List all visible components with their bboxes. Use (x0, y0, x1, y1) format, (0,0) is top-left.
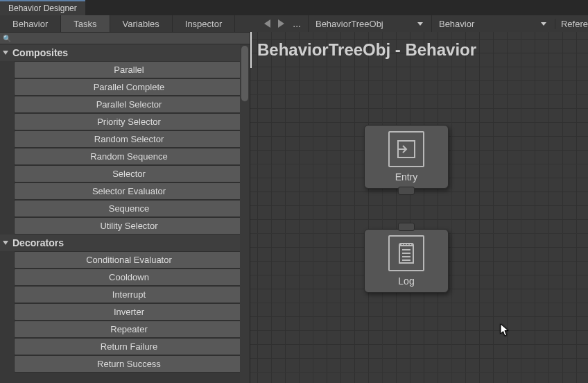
task-item-selector-evaluator[interactable]: Selector Evaluator (14, 182, 244, 200)
task-item-interrupt[interactable]: Interrupt (14, 286, 244, 303)
tree-object-dropdown-label: BehaviorTreeObj (315, 19, 383, 29)
content-area: 🔍 Composites Parallel Parallel Complete … (0, 32, 588, 383)
task-item-return-success[interactable]: Return Success (14, 355, 244, 373)
search-input[interactable] (11, 34, 250, 42)
node-entry-label: Entry (395, 171, 418, 182)
tab-inspector-label: Inspector (185, 19, 222, 29)
task-item-conditional-evaluator[interactable]: Conditional Evaluator (14, 251, 244, 269)
node-port-in[interactable] (398, 223, 415, 231)
task-item-cooldown[interactable]: Cooldown (14, 269, 244, 286)
task-item-parallel-selector[interactable]: Parallel Selector (14, 96, 244, 113)
ellipsis-icon: ... (293, 18, 301, 29)
search-row: 🔍 (0, 32, 250, 44)
log-icon (388, 235, 424, 271)
category-decorators-label: Decorators (12, 237, 64, 248)
title-bar: Behavior Designer (0, 0, 588, 15)
references-label[interactable]: Refere (555, 19, 588, 29)
task-item-parallel[interactable]: Parallel (14, 61, 244, 78)
task-item-selector[interactable]: Selector (14, 165, 244, 182)
task-item-priority-selector[interactable]: Priority Selector (14, 113, 244, 130)
task-item-random-selector[interactable]: Random Selector (14, 130, 244, 148)
tab-variables[interactable]: Variables (110, 15, 173, 32)
disclosure-triangle-icon (3, 241, 8, 245)
tab-tasks[interactable]: Tasks (61, 15, 110, 32)
triangle-right-icon (278, 19, 284, 28)
window-title-tab[interactable]: Behavior Designer (0, 0, 85, 15)
triangle-left-icon (264, 19, 270, 28)
task-item-utility-selector[interactable]: Utility Selector (14, 217, 244, 235)
tree-object-dropdown[interactable]: BehaviorTreeObj (308, 15, 427, 32)
history-back-button[interactable] (262, 19, 272, 28)
search-icon: 🔍 (3, 35, 11, 42)
behavior-dropdown[interactable]: Behavior (431, 15, 551, 32)
node-log[interactable]: Log (364, 229, 449, 293)
task-item-repeater[interactable]: Repeater (14, 321, 244, 338)
panel-tabs: Behavior Tasks Variables Inspector (0, 15, 259, 32)
main-tab-row: Behavior Tasks Variables Inspector ... B… (0, 15, 588, 32)
task-item-inverter[interactable]: Inverter (14, 303, 244, 321)
task-sidebar: 🔍 Composites Parallel Parallel Complete … (0, 32, 250, 383)
tab-behavior-label: Behavior (12, 19, 48, 29)
history-forward-button[interactable] (276, 19, 286, 28)
category-composites-label: Composites (12, 47, 68, 58)
task-list: Composites Parallel Parallel Complete Pa… (0, 44, 250, 383)
task-item-sequence[interactable]: Sequence (14, 200, 244, 217)
behavior-dropdown-label: Behavior (439, 19, 474, 29)
canvas-title: BehaviorTreeObj - Behavior (257, 40, 476, 60)
category-composites[interactable]: Composites (0, 44, 250, 61)
task-item-return-failure[interactable]: Return Failure (14, 338, 244, 355)
task-item-parallel-complete[interactable]: Parallel Complete (14, 78, 244, 96)
window-title: Behavior Designer (8, 3, 77, 13)
node-edge (250, 32, 252, 68)
chevron-down-icon (417, 22, 423, 26)
tab-inspector[interactable]: Inspector (173, 15, 235, 32)
category-decorators[interactable]: Decorators (0, 235, 250, 251)
scrollbar-track[interactable] (240, 44, 250, 383)
scrollbar-thumb[interactable] (241, 46, 248, 101)
tab-tasks-label: Tasks (74, 19, 96, 29)
tab-behavior[interactable]: Behavior (0, 15, 61, 32)
disclosure-triangle-icon (3, 51, 8, 55)
node-port-out[interactable] (398, 187, 415, 195)
toolbar: ... BehaviorTreeObj Behavior Refere (259, 15, 588, 32)
entry-icon (388, 131, 424, 167)
more-menu-button[interactable]: ... (290, 18, 304, 29)
node-log-label: Log (398, 275, 414, 287)
node-entry[interactable]: Entry (364, 125, 449, 189)
chevron-down-icon (541, 22, 546, 26)
task-item-random-sequence[interactable]: Random Sequence (14, 148, 244, 165)
tab-variables-label: Variables (123, 19, 159, 29)
cursor-icon (500, 323, 510, 340)
behavior-canvas[interactable]: BehaviorTreeObj - Behavior Entry (250, 32, 588, 383)
